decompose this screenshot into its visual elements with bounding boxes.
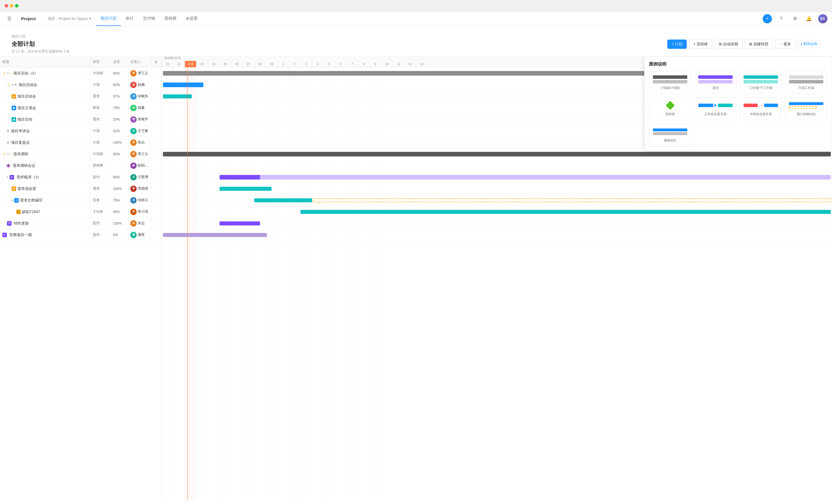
table-row[interactable]: ⚠ ▾ □ 项目启动（3） 计划组 60% 李 李江云 [0, 67, 161, 79]
row-settings [151, 183, 161, 194]
settings-button[interactable]: ⚙ [790, 14, 800, 23]
forecast-bar1 [789, 102, 823, 105]
today-line [187, 67, 188, 500]
legend-item-plan: 计划或计划组 [649, 72, 691, 94]
row-progress: 48% [111, 206, 128, 217]
row-title-cell: ↻ 官网项目一期 [0, 229, 90, 241]
table-row[interactable]: ≡ 项目复盘会 计划 100% 朱 朱志 [0, 137, 161, 148]
row-type: 里程碑 [90, 160, 111, 171]
conf-bar2 [764, 104, 778, 107]
tab-milestone[interactable]: 里程碑 [160, 11, 181, 26]
table-row[interactable]: ◉ 项目启动 需求 20% 李 李晓平 [0, 114, 161, 125]
row-title: 项目立项会 [17, 105, 36, 111]
row-progress: 100% [111, 183, 128, 194]
legend-bars [653, 75, 687, 83]
table-row[interactable]: ● 需求池设置 需求 100% 李 李国燕 [0, 183, 161, 195]
help-button[interactable]: ? [777, 14, 786, 23]
table-row[interactable]: 🐛 缺陷T2937 子任务 48% 李 李小瑶 [0, 206, 161, 218]
row-title: 需求文档编写 [20, 198, 43, 203]
gantt-row-12 [162, 195, 832, 206]
row-title: 项目启动（3） [13, 71, 38, 76]
warning-icon: ⚠ [7, 83, 11, 87]
row-settings [151, 148, 161, 160]
row-settings [151, 102, 161, 113]
legend-button[interactable]: ℹ 图例说明 [798, 40, 821, 48]
table-row[interactable]: ● 项目启动会 需求 37% 何 何晓东 [0, 91, 161, 102]
avatar: 李 [130, 151, 137, 157]
table-row[interactable]: 需求调研会议 里程碑 欧 欧阳莎莎... [0, 160, 161, 171]
table-row[interactable]: ↻ 官网项目一期 迭代 0% 潘 潘星 [0, 229, 161, 241]
table-row[interactable]: ≡ 项目串讲会 计划 62% 王 王万春 [0, 125, 161, 137]
tab-project-plan[interactable]: 项目计划 [96, 11, 121, 26]
breadcrumb-text: 项目：Project for Space [48, 16, 88, 21]
avatar: 何 [130, 93, 137, 100]
auto-schedule-button[interactable]: ⊞ 自动排期 [714, 39, 743, 49]
expand-icon[interactable]: ▾ [7, 175, 8, 179]
titlebar [0, 0, 832, 11]
legend-item-label: 只读工作项 [798, 86, 814, 90]
table-row[interactable]: ◆ 项目立项会 研发 79% 胡 胡夏 [0, 102, 161, 114]
close-button[interactable] [5, 4, 8, 7]
content-header: 项目计划 全部计划 共 17 条，其中存在警告提醒的有 3 条 + 计划 + 里… [0, 26, 832, 57]
owner-name: 李小瑶 [138, 209, 148, 214]
legend-item-label: 冲突前后置关系 [750, 112, 772, 116]
add-button[interactable]: ＋ [763, 14, 772, 23]
expand-icon[interactable]: ▾ [12, 83, 13, 86]
gantt-bar-teal2 [219, 187, 271, 191]
legend-item-label: 里程碑 [665, 112, 675, 116]
row-settings [151, 206, 161, 217]
add-milestone-button[interactable]: + 里程碑 [689, 39, 712, 49]
table-row[interactable]: ⚠ ▾ □ 需求调研 计划组 60% 李 李江云 [0, 148, 161, 160]
row-progress: 88% [111, 171, 128, 183]
gantt-date-3: 3 [301, 61, 312, 67]
row-title: 特性更新 [14, 221, 29, 226]
table-row[interactable]: ↻ 特性更新 迭代 100% 朱 朱志 [0, 218, 161, 229]
gantt-date-29: 29 [266, 61, 277, 67]
rel-bar1 [698, 104, 713, 107]
tab-execute[interactable]: 执行 [121, 11, 138, 26]
baseline-visual [653, 127, 687, 136]
row-title-cell: ⚠ ▾ ≡ 项目启动会 [0, 79, 90, 90]
avatar: 李 [130, 70, 137, 77]
expand-icon[interactable]: ▾ [11, 199, 13, 202]
tab-settings[interactable]: ⚙ 设置 [181, 11, 202, 26]
owner-name: 何晓东 [138, 94, 148, 99]
gantt-date-1: 1 [277, 61, 289, 67]
user-avatar[interactable]: ES [818, 14, 827, 23]
row-owner: 汪 汪恩博 [128, 171, 151, 183]
iteration-icon: ↻ [9, 175, 14, 179]
breadcrumb-nav[interactable]: 项目：Project for Space ▾ [48, 16, 91, 21]
table-row[interactable]: ▾ ↻ 需求梳理（3） 迭代 88% 汪 汪恩博 [0, 171, 161, 183]
breadcrumb-chevron: ▾ [89, 17, 91, 21]
row-progress: 37% [111, 91, 128, 102]
table-row[interactable]: ▾ ☑ 需求文档编写 任务 75% 何 何婷云 [0, 195, 161, 206]
expand-icon[interactable]: ▾ [7, 152, 9, 156]
toolbar: + 计划 + 里程碑 ⊞ 自动排期 ⊞ 创建快照 ··· 更多 ℹ 图例说明 [667, 39, 821, 49]
bug-icon: 🐛 [16, 209, 21, 214]
tab-deliverable[interactable]: 交付物 [138, 11, 160, 26]
avatar: 李 [130, 116, 137, 123]
row-title-cell: ◆ 项目立项会 [0, 102, 90, 113]
gantt-bar-purple-bg [219, 175, 831, 179]
expand-icon[interactable]: ▾ [7, 72, 9, 75]
notification-button[interactable]: 🔔 [804, 14, 813, 23]
col-settings-header[interactable]: ⚙ [151, 57, 161, 67]
table-row[interactable]: ⚠ ▾ ≡ 项目启动会 计划 60% 赵 赵楠 [0, 79, 161, 91]
menu-icon[interactable]: ☰ [5, 14, 14, 23]
task-icon: ☑ [14, 198, 19, 203]
maximize-button[interactable] [15, 4, 19, 7]
more-button[interactable]: ··· 更多 [775, 39, 795, 49]
forecast-visual [789, 101, 823, 110]
avatar: 欧 [130, 163, 137, 169]
header-left: 项目计划 全部计划 共 17 条，其中存在警告提醒的有 3 条 [11, 34, 70, 54]
row-settings [151, 171, 161, 183]
row-title: 官网项目一期 [9, 232, 32, 237]
row-title: 项目串讲会 [11, 129, 30, 134]
gantt-bar-purple2 [219, 221, 260, 225]
table-header: 标题 类型 进度 负责人 ⚙ [0, 57, 161, 67]
create-snapshot-button[interactable]: ⊞ 创建快照 [745, 39, 773, 49]
nav-right: ＋ ? ⚙ 🔔 ES [763, 14, 827, 23]
avatar: 潘 [130, 232, 137, 238]
minimize-button[interactable] [10, 4, 13, 7]
add-plan-button[interactable]: + 计划 [667, 39, 687, 49]
